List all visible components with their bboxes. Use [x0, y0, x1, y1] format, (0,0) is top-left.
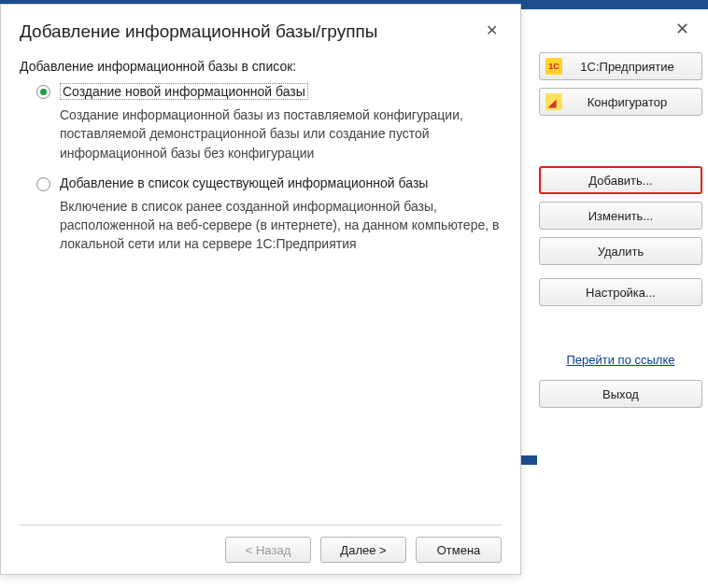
dialog-close-icon[interactable]: ✕	[482, 21, 502, 39]
radio-icon[interactable]	[36, 177, 50, 191]
dialog-title: Добавление информационной базы/группы	[20, 21, 377, 42]
radio-desc-add-existing: Включение в список ранее созданной инфор…	[36, 197, 502, 254]
configurator-button[interactable]: Конфигуратор	[539, 88, 702, 116]
radio-icon[interactable]	[36, 85, 50, 99]
radio-label-create: Создание новой информационной базы	[60, 83, 308, 100]
enterprise-button-label: 1С:Предприятие	[553, 60, 701, 74]
radio-option-create[interactable]: Создание новой информационной базы	[36, 83, 502, 100]
settings-button[interactable]: Настройка...	[539, 278, 702, 306]
next-button[interactable]: Далее >	[320, 537, 406, 563]
launcher-sidebar: 1C 1С:Предприятие Конфигуратор Добавить.…	[539, 52, 702, 415]
radio-option-add-existing[interactable]: Добавление в список существующей информа…	[36, 175, 502, 191]
edit-button[interactable]: Изменить...	[539, 202, 702, 230]
exit-button[interactable]: Выход	[539, 380, 702, 408]
configurator-icon	[545, 93, 562, 110]
radio-group: Создание новой информационной базы Созда…	[20, 83, 502, 267]
dialog-footer: < Назад Далее > Отмена	[20, 525, 502, 563]
dialog-subtitle: Добавление информационной базы в список:	[20, 59, 502, 74]
spacer	[20, 267, 502, 525]
back-button[interactable]: < Назад	[225, 537, 311, 563]
radio-label-add-existing: Добавление в список существующей информа…	[60, 175, 428, 190]
add-button[interactable]: Добавить...	[539, 166, 702, 194]
cancel-button[interactable]: Отмена	[416, 537, 502, 563]
dialog-body: Добавление информационной базы/группы ✕ …	[1, 5, 520, 574]
enterprise-button[interactable]: 1C 1С:Предприятие	[539, 52, 702, 80]
radio-desc-create: Создание информационной базы из поставля…	[36, 105, 502, 162]
configurator-button-label: Конфигуратор	[553, 95, 701, 109]
spacer	[539, 314, 702, 347]
add-infobase-dialog: Добавление информационной базы/группы ✕ …	[0, 4, 521, 575]
spacer	[539, 123, 702, 166]
goto-link[interactable]: Перейти по ссылке	[539, 353, 702, 367]
close-icon[interactable]: ✕	[670, 17, 695, 41]
delete-button[interactable]: Удалить	[539, 237, 702, 265]
dialog-header: Добавление информационной базы/группы ✕	[20, 21, 502, 42]
